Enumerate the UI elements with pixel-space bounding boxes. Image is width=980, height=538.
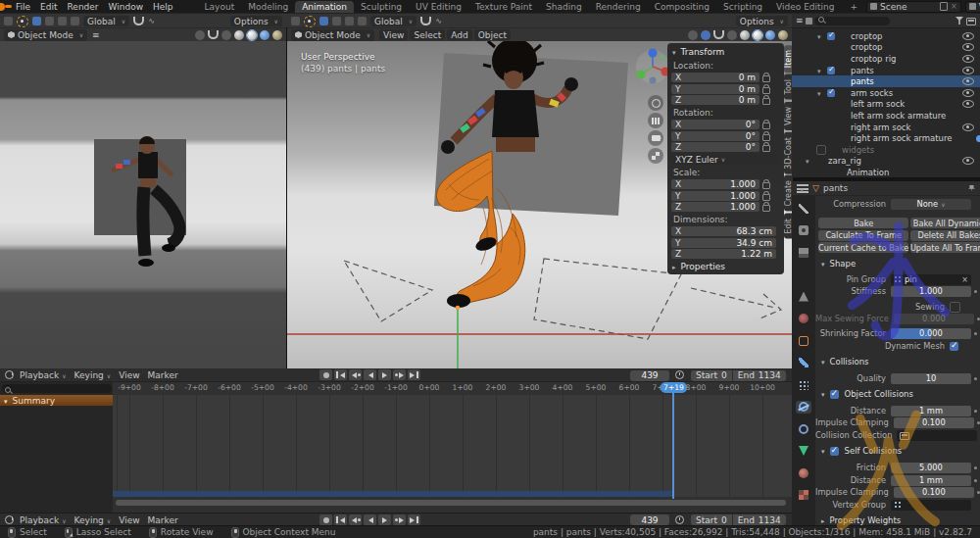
zoom-button[interactable]	[648, 95, 663, 111]
cursor-tool-icon[interactable]	[304, 16, 316, 27]
animate-dot-icon[interactable]	[974, 410, 977, 413]
active-tool-icon[interactable]	[4, 17, 13, 25]
pin-group-field[interactable]: pin×	[891, 274, 971, 285]
play-button[interactable]	[378, 514, 391, 525]
tab-physics[interactable]	[796, 401, 811, 414]
outliner-row[interactable]: arm socks	[792, 87, 980, 99]
shading-solid-icon[interactable]	[247, 30, 257, 40]
filter-mode-icon[interactable]	[806, 18, 812, 24]
bake-button[interactable]: Delete All Bakes	[910, 230, 980, 241]
record-button[interactable]	[319, 369, 332, 380]
animate-dot-icon[interactable]	[977, 491, 980, 494]
outliner-row[interactable]: pants	[792, 65, 980, 76]
expand-icon[interactable]	[817, 88, 824, 98]
lock-icon[interactable]	[762, 122, 770, 129]
workspace-tab[interactable]: Animation	[295, 1, 354, 13]
mode-dropdown[interactable]: Object Mode	[4, 29, 87, 41]
proportional-falloff-icon[interactable]: ∿	[148, 17, 155, 25]
jump-to-end-button[interactable]	[408, 514, 420, 525]
timeline-ruler[interactable]: -9+00-8+00-7+00-6+00-5+00-4+00-3+00-2+00…	[113, 382, 792, 396]
max-sewing-field[interactable]: 0.000	[894, 314, 974, 324]
dimension-field[interactable]: Z1.22 m	[671, 249, 776, 259]
tab-material[interactable]	[796, 466, 811, 479]
self-impulse-field[interactable]: 0.100	[894, 487, 974, 498]
rotation-field[interactable]: X0°	[671, 120, 760, 129]
camera-view-button[interactable]	[648, 130, 663, 146]
collection-checkbox[interactable]	[827, 32, 835, 40]
tab-output[interactable]	[796, 246, 811, 259]
select-extend-icon[interactable]	[45, 17, 54, 25]
hide-eye-icon[interactable]	[962, 43, 974, 51]
scale-field[interactable]: Y1.000	[671, 191, 760, 201]
editor-type-icon[interactable]	[797, 184, 808, 193]
editor-type-clock-icon[interactable]	[5, 515, 14, 524]
collapse-icon[interactable]	[821, 357, 827, 367]
tab-modifiers[interactable]	[796, 357, 811, 369]
hide-eye-icon[interactable]	[962, 55, 974, 63]
outliner-row[interactable]: croptop	[792, 42, 980, 54]
outliner-item-label[interactable]: zara_rig	[828, 156, 861, 166]
viewport-menu-item[interactable]: Add	[447, 29, 471, 40]
shading-wireframe-icon[interactable]	[740, 30, 750, 40]
animate-dot-icon[interactable]	[974, 377, 977, 380]
properties-subpanel[interactable]: Properties	[681, 262, 725, 271]
collapse-icon[interactable]	[672, 262, 678, 271]
playhead-line[interactable]	[672, 382, 674, 499]
rotation-mode-dropdown[interactable]: XYZ Euler	[671, 154, 780, 165]
location-field[interactable]: Z0 m	[671, 95, 760, 105]
tab-constraints[interactable]	[796, 422, 811, 435]
channel-search-input[interactable]	[2, 384, 112, 393]
scene-name[interactable]: Scene	[880, 2, 937, 12]
shading-rendered-icon[interactable]	[778, 30, 788, 40]
bake-button[interactable]: Bake	[818, 218, 908, 228]
shading-material-icon[interactable]	[765, 30, 775, 40]
shading-material-icon[interactable]	[260, 30, 270, 40]
timeline-menu-item[interactable]: Keying	[74, 515, 112, 525]
expand-icon[interactable]	[817, 66, 824, 75]
collection-checkbox[interactable]	[827, 67, 835, 74]
timeline-menu-item[interactable]: View	[119, 370, 139, 380]
workspace-tab[interactable]: Sculpting	[354, 1, 409, 13]
snap-icon[interactable]	[208, 30, 219, 39]
use-preview-range-icon[interactable]	[675, 515, 684, 524]
tab-object[interactable]	[796, 334, 811, 347]
view-layer-selector[interactable]: View Layer ×	[965, 1, 980, 13]
bake-button[interactable]: Update All To Frame	[910, 242, 980, 253]
outliner-row[interactable]: widgets	[792, 144, 980, 156]
outliner-item-label[interactable]: croptop rig	[851, 54, 896, 64]
horizontal-scrollbar[interactable]	[116, 500, 786, 506]
options-dropdown[interactable]: Options	[230, 16, 282, 26]
proportional-falloff-icon[interactable]: ∿	[435, 17, 442, 25]
jump-to-end-button[interactable]	[408, 369, 420, 380]
start-frame-field[interactable]: Start0	[691, 514, 732, 525]
active-tool-icon[interactable]	[291, 17, 300, 25]
dimension-field[interactable]: Y34.9 cm	[671, 238, 776, 248]
viewport-menu-item[interactable]: Object	[474, 29, 511, 40]
use-preview-range-icon[interactable]	[675, 370, 684, 379]
outliner-item-label[interactable]: croptop	[851, 42, 883, 52]
dimension-field[interactable]: X68.3 cm	[671, 226, 776, 236]
workspace-tab[interactable]: Shading	[539, 1, 589, 13]
add-workspace-button[interactable]: +	[844, 1, 865, 13]
outliner-row[interactable]: right arm sock	[792, 122, 980, 133]
select-box-icon[interactable]	[319, 17, 328, 25]
timeline-menu-item[interactable]: Marker	[148, 515, 178, 525]
tab-particles[interactable]	[796, 378, 811, 391]
new-scene-icon[interactable]	[940, 2, 948, 11]
workspace-tab[interactable]: Modeling	[241, 1, 295, 13]
object-collisions-checkbox[interactable]	[830, 390, 839, 399]
animate-dot-icon[interactable]	[974, 479, 977, 482]
menu-item[interactable]: Edit	[35, 2, 62, 12]
workspace-tab[interactable]: Texture Paint	[468, 1, 539, 13]
timeline-menu-item[interactable]: Marker	[148, 370, 178, 380]
quality-field[interactable]: 10	[891, 373, 971, 384]
animate-dot-icon[interactable]	[977, 421, 980, 424]
new-collection-icon[interactable]	[966, 18, 976, 25]
select-subtract-icon[interactable]	[58, 17, 67, 25]
filter-funnel-icon[interactable]	[956, 17, 963, 24]
outliner-row[interactable]: pants	[792, 75, 980, 87]
compression-dropdown[interactable]: None	[891, 199, 971, 210]
collapse-icon[interactable]	[821, 515, 827, 525]
collapse-icon[interactable]	[821, 389, 827, 399]
pin-id-icon[interactable]	[968, 185, 975, 192]
